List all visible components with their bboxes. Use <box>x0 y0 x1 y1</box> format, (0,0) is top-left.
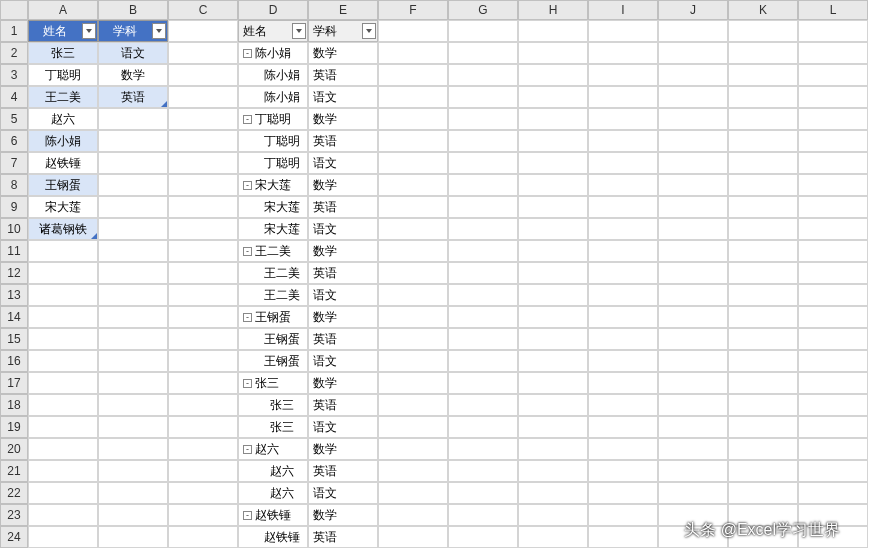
cell-J16[interactable] <box>658 350 728 372</box>
cell-E12[interactable]: 英语 <box>308 262 378 284</box>
select-all-corner[interactable] <box>0 0 28 20</box>
cell-J12[interactable] <box>658 262 728 284</box>
cell-G8[interactable] <box>448 174 518 196</box>
cell-C10[interactable] <box>168 218 238 240</box>
cell-E15[interactable]: 英语 <box>308 328 378 350</box>
cell-K10[interactable] <box>728 218 798 240</box>
cell-G16[interactable] <box>448 350 518 372</box>
cell-L18[interactable] <box>798 394 868 416</box>
cell-H17[interactable] <box>518 372 588 394</box>
cell-C19[interactable] <box>168 416 238 438</box>
cell-A20[interactable] <box>28 438 98 460</box>
row-header-19[interactable]: 19 <box>0 416 28 438</box>
row-header-21[interactable]: 21 <box>0 460 28 482</box>
cell-A11[interactable] <box>28 240 98 262</box>
cell-C21[interactable] <box>168 460 238 482</box>
cell-C11[interactable] <box>168 240 238 262</box>
cell-H18[interactable] <box>518 394 588 416</box>
cell-G13[interactable] <box>448 284 518 306</box>
cell-F9[interactable] <box>378 196 448 218</box>
cell-A22[interactable] <box>28 482 98 504</box>
cell-H19[interactable] <box>518 416 588 438</box>
cell-B16[interactable] <box>98 350 168 372</box>
cell-G17[interactable] <box>448 372 518 394</box>
cell-G23[interactable] <box>448 504 518 526</box>
cell-H22[interactable] <box>518 482 588 504</box>
cell-A3[interactable]: 丁聪明 <box>28 64 98 86</box>
cell-F3[interactable] <box>378 64 448 86</box>
cell-J10[interactable] <box>658 218 728 240</box>
cell-D11[interactable]: -王二美 <box>238 240 308 262</box>
cell-K21[interactable] <box>728 460 798 482</box>
row-header-12[interactable]: 12 <box>0 262 28 284</box>
cell-G24[interactable] <box>448 526 518 548</box>
cell-B7[interactable] <box>98 152 168 174</box>
cell-G7[interactable] <box>448 152 518 174</box>
cell-I17[interactable] <box>588 372 658 394</box>
row-header-22[interactable]: 22 <box>0 482 28 504</box>
column-header-L[interactable]: L <box>798 0 868 20</box>
cell-C7[interactable] <box>168 152 238 174</box>
cell-A17[interactable] <box>28 372 98 394</box>
cell-E8[interactable]: 数学 <box>308 174 378 196</box>
row-header-16[interactable]: 16 <box>0 350 28 372</box>
row-header-4[interactable]: 4 <box>0 86 28 108</box>
cell-J6[interactable] <box>658 130 728 152</box>
cell-I16[interactable] <box>588 350 658 372</box>
cell-E3[interactable]: 英语 <box>308 64 378 86</box>
cell-K9[interactable] <box>728 196 798 218</box>
row-header-18[interactable]: 18 <box>0 394 28 416</box>
collapse-icon[interactable]: - <box>243 379 252 388</box>
cell-A9[interactable]: 宋大莲 <box>28 196 98 218</box>
cell-I19[interactable] <box>588 416 658 438</box>
cell-L7[interactable] <box>798 152 868 174</box>
cell-J15[interactable] <box>658 328 728 350</box>
cell-G22[interactable] <box>448 482 518 504</box>
cell-E13[interactable]: 语文 <box>308 284 378 306</box>
cell-E1[interactable]: 学科 <box>308 20 378 42</box>
cell-L1[interactable] <box>798 20 868 42</box>
cell-K14[interactable] <box>728 306 798 328</box>
cell-C12[interactable] <box>168 262 238 284</box>
cell-C20[interactable] <box>168 438 238 460</box>
cell-D21[interactable]: 赵六 <box>238 460 308 482</box>
row-header-14[interactable]: 14 <box>0 306 28 328</box>
cell-F16[interactable] <box>378 350 448 372</box>
row-header-9[interactable]: 9 <box>0 196 28 218</box>
cell-J9[interactable] <box>658 196 728 218</box>
collapse-icon[interactable]: - <box>243 313 252 322</box>
cell-L2[interactable] <box>798 42 868 64</box>
cell-G14[interactable] <box>448 306 518 328</box>
cell-F19[interactable] <box>378 416 448 438</box>
cell-L12[interactable] <box>798 262 868 284</box>
cell-B3[interactable]: 数学 <box>98 64 168 86</box>
cell-H5[interactable] <box>518 108 588 130</box>
cell-I11[interactable] <box>588 240 658 262</box>
cell-D14[interactable]: -王钢蛋 <box>238 306 308 328</box>
cell-L3[interactable] <box>798 64 868 86</box>
cell-F18[interactable] <box>378 394 448 416</box>
cell-D20[interactable]: -赵六 <box>238 438 308 460</box>
cell-C16[interactable] <box>168 350 238 372</box>
cell-C17[interactable] <box>168 372 238 394</box>
cell-F24[interactable] <box>378 526 448 548</box>
cell-C4[interactable] <box>168 86 238 108</box>
cell-E6[interactable]: 英语 <box>308 130 378 152</box>
cell-B10[interactable] <box>98 218 168 240</box>
cell-H15[interactable] <box>518 328 588 350</box>
cell-J1[interactable] <box>658 20 728 42</box>
cell-I13[interactable] <box>588 284 658 306</box>
cell-L5[interactable] <box>798 108 868 130</box>
cell-A10[interactable]: 诸葛钢铁 <box>28 218 98 240</box>
cell-H8[interactable] <box>518 174 588 196</box>
cell-B21[interactable] <box>98 460 168 482</box>
cell-E24[interactable]: 英语 <box>308 526 378 548</box>
cell-C23[interactable] <box>168 504 238 526</box>
cell-F5[interactable] <box>378 108 448 130</box>
cell-K18[interactable] <box>728 394 798 416</box>
cell-C3[interactable] <box>168 64 238 86</box>
cell-F10[interactable] <box>378 218 448 240</box>
cell-E9[interactable]: 英语 <box>308 196 378 218</box>
row-header-10[interactable]: 10 <box>0 218 28 240</box>
collapse-icon[interactable]: - <box>243 445 252 454</box>
